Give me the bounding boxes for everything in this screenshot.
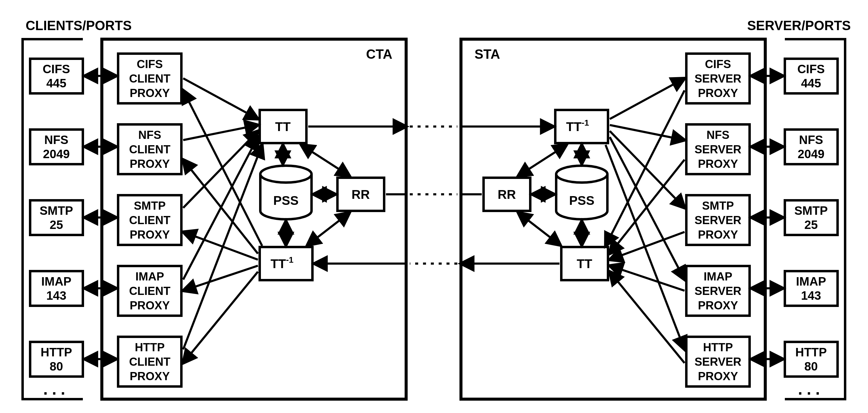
server-port-cifs: CIFS 445 — [785, 59, 838, 93]
server-port-nfs: NFS 2049 — [785, 130, 838, 164]
cifs-server-proxy-l1: CIFS — [705, 58, 731, 70]
client-port-http-name: HTTP — [41, 346, 72, 359]
server-port-smtp-name: SMTP — [794, 204, 828, 217]
smtp-client-proxy-l1: SMTP — [134, 199, 166, 212]
smtp-client-proxy-l2: CLIENT — [129, 214, 170, 226]
http-server-proxy-l3: PROXY — [698, 370, 738, 383]
nfs-server-proxy: NFS SERVER PROXY — [686, 124, 750, 174]
imap-client-proxy-l1: IMAP — [135, 270, 164, 283]
server-port-nfs-name: NFS — [799, 133, 823, 147]
imap-server-proxy-l1: IMAP — [704, 270, 733, 283]
http-client-proxy: HTTP CLIENT PROXY — [118, 337, 181, 386]
cta-rr-ttinv — [307, 213, 349, 245]
server-port-imap-num: 143 — [801, 289, 821, 302]
smtp-client-proxy-l3: PROXY — [129, 228, 169, 241]
client-port-cifs-name: CIFS — [42, 62, 70, 75]
sta-tt-label: TT — [577, 257, 592, 271]
proxy-smtp-to-tt — [183, 131, 258, 208]
client-port-imap-name: IMAP — [41, 275, 71, 288]
imap-client-proxy-l2: CLIENT — [129, 285, 170, 297]
http-server-proxy-l1: HTTP — [703, 341, 733, 354]
sta-label: STA — [474, 47, 500, 61]
client-port-smtp: SMTP 25 — [30, 200, 83, 235]
client-port-http: HTTP 80 — [30, 342, 83, 377]
client-port-nfs: NFS 2049 — [30, 130, 83, 164]
sproxy-nfs-to-tt — [610, 160, 684, 254]
imap-server-proxy-l2: SERVER — [694, 285, 741, 297]
server-port-imap: IMAP 143 — [785, 271, 838, 306]
cifs-client-proxy-l3: PROXY — [129, 87, 169, 99]
sta-ttinv-label: TT-1 — [566, 118, 589, 134]
sta-pss-label: PSS — [569, 193, 594, 208]
server-port-http-name: HTTP — [796, 346, 827, 359]
client-port-nfs-name: NFS — [44, 133, 68, 147]
client-port-cifs-num: 445 — [46, 76, 67, 90]
ttinv-to-proxy-nfs — [183, 160, 258, 254]
sta-tt-box: TT — [561, 247, 608, 280]
smtp-server-proxy: SMTP SERVER PROXY — [686, 195, 750, 245]
http-server-proxy: HTTP SERVER PROXY — [686, 337, 750, 386]
cta-ttinv-label: TT-1 — [271, 255, 293, 271]
imap-client-proxy: IMAP CLIENT PROXY — [118, 266, 181, 316]
server-port-http: HTTP 80 — [785, 342, 838, 377]
client-port-cifs: CIFS 445 — [30, 59, 83, 93]
cta-rr-label: RR — [351, 187, 370, 201]
cifs-server-proxy-l3: PROXY — [698, 87, 738, 99]
client-port-imap-num: 143 — [46, 289, 67, 302]
sta-rr-label: RR — [498, 187, 516, 201]
imap-server-proxy: IMAP SERVER PROXY — [686, 266, 750, 316]
sta-ttinv-box: TT-1 — [555, 110, 608, 143]
sta-rr-tt — [518, 213, 560, 245]
nfs-client-proxy: NFS CLIENT PROXY — [118, 124, 181, 174]
cifs-client-proxy-l1: CIFS — [137, 58, 163, 70]
proxy-nfs-to-tt — [183, 125, 258, 140]
smtp-client-proxy: SMTP CLIENT PROXY — [118, 195, 181, 245]
clients-ports-header: CLIENTS/PORTS — [26, 18, 132, 33]
sproxy-http-to-tt — [610, 272, 684, 363]
server-port-http-num: 80 — [804, 360, 818, 373]
diagram-canvas: CLIENTS/PORTS SERVER/PORTS CTA STA CIFS … — [0, 0, 868, 413]
http-client-proxy-l1: HTTP — [135, 341, 164, 354]
server-port-nfs-num: 2049 — [798, 147, 825, 161]
http-server-proxy-l2: SERVER — [694, 355, 741, 368]
nfs-client-proxy-l3: PROXY — [129, 158, 169, 170]
imap-client-proxy-l3: PROXY — [129, 299, 169, 312]
right-ellipsis: ... — [798, 380, 824, 398]
client-port-smtp-num: 25 — [50, 218, 63, 231]
server-port-imap-name: IMAP — [796, 275, 826, 288]
cta-tt-label: TT — [275, 120, 291, 134]
cta-tt-box: TT — [260, 110, 306, 143]
http-client-proxy-l3: PROXY — [129, 370, 169, 383]
cifs-client-proxy-l2: CLIENT — [129, 72, 170, 85]
ttinv-to-sproxy-nfs — [610, 125, 684, 140]
sta-pss-cylinder: PSS — [556, 166, 608, 219]
nfs-client-proxy-l1: NFS — [138, 129, 161, 141]
client-port-imap: IMAP 143 — [30, 271, 83, 306]
server-port-smtp: SMTP 25 — [785, 200, 838, 235]
left-ellipsis: ... — [43, 380, 69, 398]
smtp-server-proxy-l1: SMTP — [702, 199, 734, 212]
sta-rr-box: RR — [484, 178, 530, 211]
client-port-nfs-num: 2049 — [43, 147, 70, 161]
server-port-cifs-num: 445 — [801, 76, 821, 90]
cifs-server-proxy-l2: SERVER — [694, 72, 741, 85]
http-client-proxy-l2: CLIENT — [129, 355, 170, 368]
ttinv-to-sproxy-smtp — [610, 131, 684, 208]
cta-rr-box: RR — [337, 178, 384, 211]
cta-label: CTA — [366, 47, 392, 61]
cifs-server-proxy: CIFS SERVER PROXY — [686, 54, 750, 103]
cta-pss-label: PSS — [273, 193, 299, 208]
smtp-server-proxy-l3: PROXY — [698, 228, 738, 241]
cta-ttinv-box: TT-1 — [260, 247, 312, 280]
nfs-server-proxy-l3: PROXY — [698, 158, 738, 170]
server-port-cifs-name: CIFS — [797, 62, 825, 75]
svg-point-21 — [260, 166, 312, 183]
client-port-http-num: 80 — [50, 360, 63, 373]
imap-server-proxy-l3: PROXY — [698, 299, 738, 312]
ttinv-to-proxy-http — [183, 272, 258, 363]
client-port-smtp-name: SMTP — [39, 204, 73, 217]
cifs-client-proxy: CIFS CLIENT PROXY — [118, 54, 181, 103]
cta-pss-cylinder: PSS — [260, 166, 312, 219]
nfs-client-proxy-l2: CLIENT — [129, 143, 170, 156]
smtp-server-proxy-l2: SERVER — [694, 214, 741, 226]
